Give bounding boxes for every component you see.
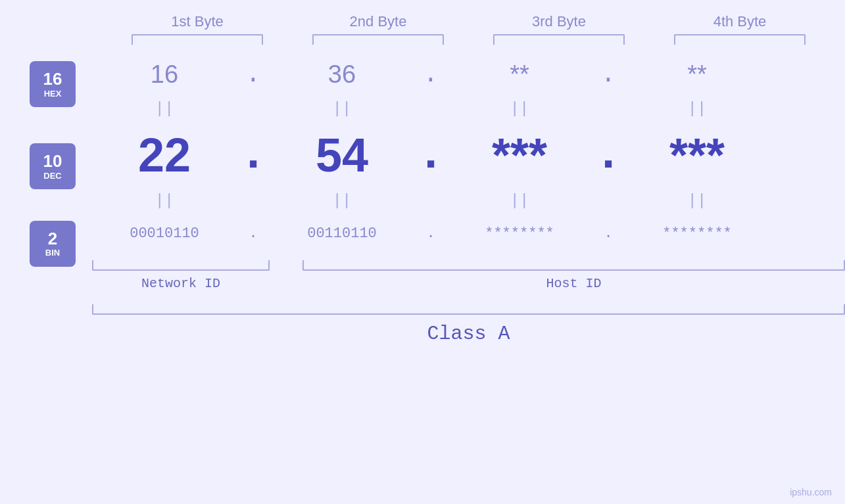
network-bracket xyxy=(92,260,270,271)
hex-b1-cell: 16 xyxy=(92,60,237,89)
byte-headers: 1st Byte 2nd Byte 3rd Byte 4th Byte xyxy=(107,13,831,30)
eq2-c3: || xyxy=(447,192,592,210)
bin-b3-value: ******** xyxy=(485,225,554,242)
hex-b1-value: 16 xyxy=(151,60,178,88)
values-column: 16 . 36 . ** . ** xyxy=(92,51,845,345)
bin-b1-cell: 00010110 xyxy=(92,225,237,242)
host-bracket xyxy=(302,260,845,271)
eq1-c1: || xyxy=(92,100,237,118)
dec-badge-type: DEC xyxy=(43,171,61,181)
bin-dot3: . xyxy=(592,225,625,242)
hex-b2-cell: 36 xyxy=(270,60,414,89)
bracket-byte4 xyxy=(674,34,806,45)
bin-badge-num: 2 xyxy=(48,229,57,248)
bracket-spacer1 xyxy=(270,260,302,271)
equals-row-1: || || || || xyxy=(92,97,845,120)
dec-dot2: . xyxy=(414,128,447,182)
bin-b4-cell: ******** xyxy=(625,225,769,242)
hex-row: 16 . 36 . ** . ** xyxy=(92,51,845,97)
dec-row: 22 . 54 . *** . *** xyxy=(92,120,845,189)
eq1-c2: || xyxy=(270,100,414,118)
dec-dot3: . xyxy=(592,128,625,182)
bin-badge-type: BIN xyxy=(45,248,60,258)
bin-b2-value: 00110110 xyxy=(307,225,377,242)
top-brackets xyxy=(107,34,831,45)
byte4-label: 4th Byte xyxy=(667,13,812,30)
byte1-label: 1st Byte xyxy=(125,13,270,30)
bin-badge-row: 2 BIN xyxy=(13,222,92,265)
eq2-c2: || xyxy=(270,192,414,210)
id-labels-row: Network ID Host ID xyxy=(92,276,845,291)
bracket-byte1 xyxy=(132,34,263,45)
hex-b3-cell: ** xyxy=(447,60,592,89)
bin-row: 00010110 . 00110110 . ******** . xyxy=(92,212,845,255)
bracket-byte2 xyxy=(312,34,444,45)
hex-dot1: . xyxy=(237,60,270,89)
bin-dot2: . xyxy=(414,225,447,242)
label-spacer1 xyxy=(270,276,302,291)
bin-b4-value: ******** xyxy=(662,225,732,242)
bin-badge: 2 BIN xyxy=(30,221,76,267)
dec-badge-row: 10 DEC xyxy=(13,133,92,199)
byte2-label: 2nd Byte xyxy=(306,13,450,30)
dec-b1-value: 22 xyxy=(138,129,191,181)
spacer1 xyxy=(13,110,92,133)
watermark: ipshu.com xyxy=(790,487,832,497)
dec-b3-cell: *** xyxy=(447,128,592,182)
hex-badge: 16 HEX xyxy=(30,61,76,107)
hex-b4-cell: ** xyxy=(625,60,769,89)
hex-badge-num: 16 xyxy=(43,70,62,89)
class-label: Class A xyxy=(92,323,845,345)
dec-badge-num: 10 xyxy=(43,152,62,171)
badges-column: 16 HEX 10 DEC 2 BIN xyxy=(0,51,92,345)
bin-b3-cell: ******** xyxy=(447,225,592,242)
bin-b1-value: 00010110 xyxy=(130,225,199,242)
dec-b4-value: *** xyxy=(669,129,725,181)
dec-b3-value: *** xyxy=(492,129,547,181)
byte3-label: 3rd Byte xyxy=(487,13,631,30)
bin-b2-cell: 00110110 xyxy=(270,225,414,242)
dec-b2-value: 54 xyxy=(316,129,368,181)
hex-b2-value: 36 xyxy=(328,60,356,88)
hex-b4-value: ** xyxy=(687,60,707,88)
equals-row-2: || || || || xyxy=(92,189,845,212)
dec-b4-cell: *** xyxy=(625,128,769,182)
hex-dot2: . xyxy=(414,60,447,89)
eq2-c1: || xyxy=(92,192,237,210)
bottom-brackets-row xyxy=(92,260,845,271)
host-id-label: Host ID xyxy=(302,276,845,291)
hex-dot3: . xyxy=(592,60,625,89)
main-container: 1st Byte 2nd Byte 3rd Byte 4th Byte 16 H… xyxy=(0,0,845,504)
hex-badge-row: 16 HEX xyxy=(13,58,92,110)
network-id-label: Network ID xyxy=(92,276,270,291)
main-layout: 16 HEX 10 DEC 2 BIN xyxy=(0,51,845,345)
eq1-c3: || xyxy=(447,100,592,118)
bin-dot1: . xyxy=(237,225,270,242)
eq2-c4: || xyxy=(625,192,769,210)
bracket-byte3 xyxy=(493,34,625,45)
dec-b2-cell: 54 xyxy=(270,128,414,182)
dec-dot1: . xyxy=(237,128,270,182)
dec-badge: 10 DEC xyxy=(30,143,76,189)
class-bracket xyxy=(92,304,845,315)
eq1-c4: || xyxy=(625,100,769,118)
hex-b3-value: ** xyxy=(510,60,529,88)
spacer2 xyxy=(13,199,92,222)
dec-b1-cell: 22 xyxy=(92,128,237,182)
hex-badge-type: HEX xyxy=(44,89,62,99)
